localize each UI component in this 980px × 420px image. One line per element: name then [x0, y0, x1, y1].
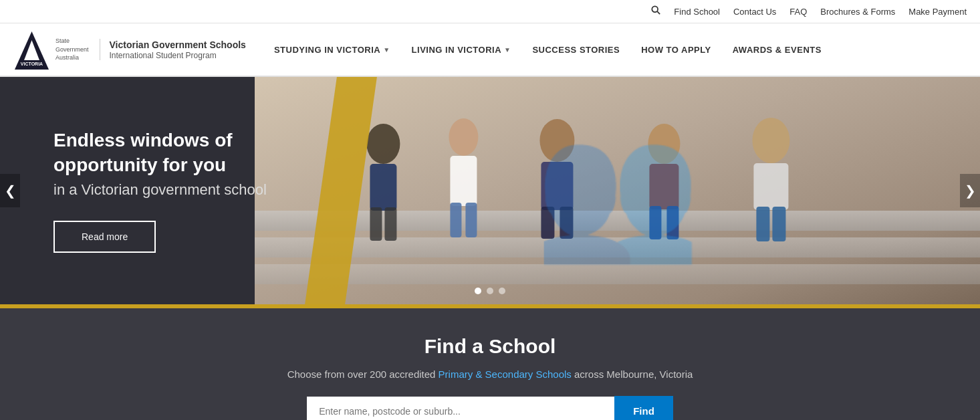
nav-studying[interactable]: STUDYING IN VICTORIA ▼	[266, 38, 398, 62]
nav-apply[interactable]: HOW TO APPLY	[633, 38, 719, 62]
svg-rect-20	[560, 207, 574, 239]
svg-text:VICTORIA: VICTORIA	[21, 62, 43, 66]
main-nav: STUDYING IN VICTORIA ▼ LIVING IN VICTORI…	[266, 38, 967, 62]
brochures-link[interactable]: Brochures & Forms	[820, 7, 895, 17]
school-name: Victorian Government Schools	[110, 39, 246, 51]
svg-rect-11	[370, 207, 382, 241]
victoria-logo-icon: VICTORIA	[13, 28, 50, 72]
state-label: StateGovernmentAustralia	[55, 37, 89, 62]
carousel-next-button[interactable]: ❯	[960, 174, 980, 207]
svg-rect-8	[255, 264, 980, 284]
svg-point-13	[449, 118, 479, 156]
nav-awards[interactable]: AWARDS & EVENTS	[725, 38, 830, 62]
find-school-form: Find	[13, 396, 967, 420]
svg-rect-23	[650, 206, 662, 239]
school-sub: International Student Program	[110, 51, 246, 60]
svg-rect-19	[541, 207, 555, 239]
chevron-down-icon: ▼	[383, 46, 390, 54]
faq-link[interactable]: FAQ	[789, 7, 807, 17]
svg-rect-16	[466, 203, 477, 237]
svg-rect-27	[757, 207, 770, 241]
svg-rect-18	[541, 162, 574, 210]
nav-living[interactable]: LIVING IN VICTORIA ▼	[404, 38, 519, 62]
svg-rect-10	[370, 164, 397, 211]
carousel-dot-1[interactable]	[475, 288, 481, 294]
svg-line-1	[658, 11, 660, 14]
svg-rect-7	[255, 237, 980, 257]
find-school-link[interactable]: Find School	[674, 7, 720, 17]
carousel-dot-2[interactable]	[487, 288, 493, 294]
search-icon[interactable]	[651, 5, 660, 17]
hero-content: Endless windows of opportunity for you i…	[0, 128, 281, 253]
find-school-title: Find a School	[13, 335, 967, 358]
svg-rect-22	[650, 164, 679, 209]
header: VICTORIA StateGovernmentAustralia Victor…	[0, 23, 980, 77]
svg-rect-24	[667, 206, 679, 239]
svg-point-9	[367, 124, 400, 164]
svg-rect-26	[754, 163, 789, 210]
logo-area[interactable]: VICTORIA StateGovernmentAustralia Victor…	[13, 28, 246, 72]
find-button[interactable]: Find	[614, 396, 673, 420]
svg-point-25	[753, 118, 790, 163]
carousel-prev-button[interactable]: ❮	[0, 174, 20, 207]
carousel-dots	[475, 288, 505, 294]
svg-rect-28	[773, 207, 786, 241]
contact-us-link[interactable]: Contact Us	[733, 7, 776, 17]
svg-point-21	[648, 124, 681, 164]
svg-rect-12	[385, 207, 397, 241]
svg-rect-14	[451, 156, 477, 206]
find-school-subtitle: Choose from over 200 accredited Primary …	[13, 369, 967, 380]
hero-title-normal: in a Victorian government school	[53, 180, 281, 201]
svg-rect-15	[451, 203, 462, 237]
nav-success[interactable]: SUCCESS STORIES	[524, 38, 628, 62]
chevron-down-icon: ▼	[504, 46, 511, 54]
subtitle-start: Choose from over 200 accredited	[287, 369, 439, 380]
find-school-section: Find a School Choose from over 200 accre…	[0, 308, 980, 420]
carousel-dot-3[interactable]	[499, 288, 505, 294]
read-more-button[interactable]: Read more	[53, 221, 156, 253]
subtitle-end: across Melbourne, Victoria	[572, 369, 693, 380]
subtitle-link[interactable]: Primary & Secondary Schools	[439, 369, 572, 380]
top-bar: Find School Contact Us FAQ Brochures & F…	[0, 0, 980, 23]
svg-point-17	[540, 119, 575, 162]
svg-rect-6	[255, 211, 980, 231]
hero-banner: Endless windows of opportunity for you i…	[0, 77, 980, 304]
svg-point-0	[652, 6, 658, 12]
hero-title-bold: Endless windows of opportunity for you	[53, 128, 281, 177]
school-search-input[interactable]	[307, 397, 614, 421]
make-payment-link[interactable]: Make Payment	[908, 7, 967, 17]
